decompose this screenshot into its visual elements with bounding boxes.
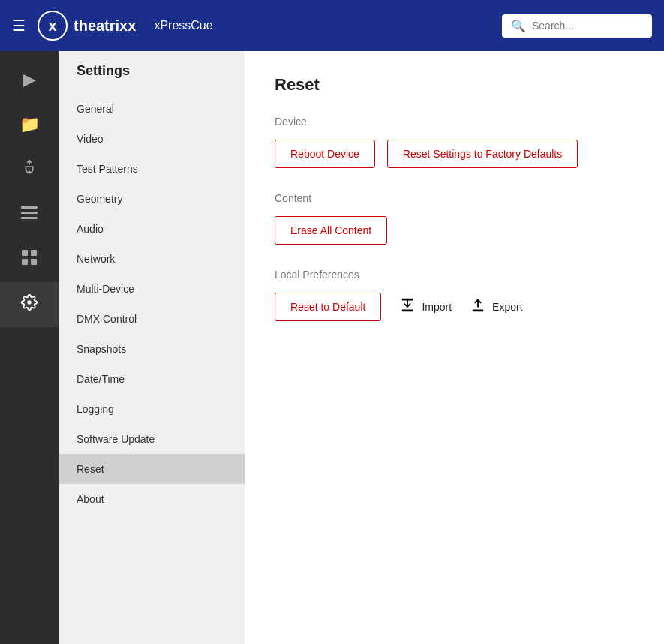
svg-rect-2 [21, 212, 38, 214]
svg-rect-4 [22, 250, 28, 256]
nav-settings[interactable] [0, 282, 59, 327]
settings-menu-audio[interactable]: Audio [59, 214, 245, 244]
nav-grid[interactable] [0, 237, 59, 282]
svg-rect-1 [21, 206, 38, 209]
svg-rect-7 [31, 259, 37, 265]
header: ☰ x theatrixx xPressCue 🔍 [0, 0, 664, 51]
folder-icon: 📁 [20, 115, 40, 134]
settings-title: Settings [59, 63, 245, 94]
settings-menu-geometry[interactable]: Geometry [59, 184, 245, 214]
grid-icon [22, 250, 37, 269]
svg-rect-3 [21, 217, 38, 219]
logo: x theatrixx [38, 11, 136, 41]
brand-name: theatrixx [74, 17, 136, 35]
export-icon [470, 297, 486, 317]
list-icon [21, 205, 38, 224]
search-icon: 🔍 [511, 19, 526, 33]
import-label: Import [422, 301, 452, 313]
svg-point-0 [28, 171, 31, 174]
settings-menu-software-update[interactable]: Software Update [59, 424, 245, 454]
media-icon: ▶ [23, 70, 36, 89]
settings-menu-dmx-control[interactable]: DMX Control [59, 304, 245, 334]
app-name: xPressCue [154, 19, 212, 32]
settings-menu-snapshots[interactable]: Snapshots [59, 334, 245, 364]
page-title: Reset [275, 75, 634, 95]
settings-menu-about[interactable]: About [59, 484, 245, 514]
device-section-label: Device [275, 116, 634, 128]
import-icon [399, 297, 416, 317]
svg-rect-5 [31, 250, 37, 256]
usb-icon [21, 159, 38, 180]
nav-media[interactable]: ▶ [0, 57, 59, 102]
export-button[interactable]: Export [470, 297, 522, 317]
device-button-row: Reboot Device Reset Settings to Factory … [275, 140, 634, 168]
reset-to-default-button[interactable]: Reset to Default [275, 293, 381, 321]
factory-reset-button[interactable]: Reset Settings to Factory Defaults [387, 140, 578, 168]
local-prefs-label: Local Preferences [275, 269, 634, 281]
nav-list[interactable] [0, 192, 59, 237]
content-area: Reset Device Reboot Device Reset Setting… [245, 51, 664, 644]
local-prefs-action-row: Reset to Default Import [275, 293, 634, 321]
settings-menu-logging[interactable]: Logging [59, 394, 245, 424]
settings-sidebar: Settings General Video Test Patterns Geo… [59, 51, 245, 644]
settings-menu-network[interactable]: Network [59, 244, 245, 274]
main-layout: ▶ 📁 [0, 51, 664, 644]
search-input[interactable] [532, 20, 643, 32]
nav-folder[interactable]: 📁 [0, 102, 59, 147]
hamburger-menu-icon[interactable]: ☰ [12, 17, 26, 35]
svg-rect-6 [22, 259, 28, 265]
settings-menu-test-patterns[interactable]: Test Patterns [59, 154, 245, 184]
content-button-row: Erase All Content [275, 216, 634, 245]
reboot-device-button[interactable]: Reboot Device [275, 140, 375, 168]
erase-all-content-button[interactable]: Erase All Content [275, 216, 387, 245]
settings-menu-reset[interactable]: Reset [59, 454, 245, 484]
settings-menu-video[interactable]: Video [59, 124, 245, 154]
settings-gear-icon [21, 294, 38, 315]
export-label: Export [492, 301, 522, 313]
search-box[interactable]: 🔍 [502, 14, 652, 38]
svg-rect-8 [402, 309, 413, 311]
settings-menu-date-time[interactable]: Date/Time [59, 364, 245, 394]
svg-rect-10 [473, 309, 484, 311]
logo-circle: x [38, 11, 68, 41]
nav-icons: ▶ 📁 [0, 51, 59, 644]
settings-menu-multi-device[interactable]: Multi-Device [59, 274, 245, 304]
settings-menu-general[interactable]: General [59, 94, 245, 124]
import-button[interactable]: Import [399, 297, 452, 317]
logo-x: x [48, 17, 56, 35]
nav-usb[interactable] [0, 147, 59, 192]
svg-rect-9 [402, 298, 413, 300]
content-section-label: Content [275, 192, 634, 204]
